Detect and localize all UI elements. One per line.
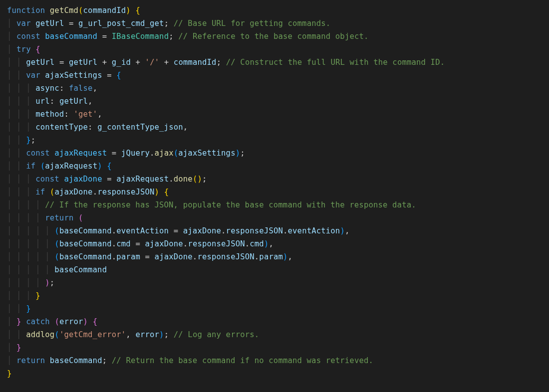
code-line: │ │ │ │ │ (baseCommand.eventAction = aja… — [7, 226, 349, 235]
code-line: │ │ │ │ │ baseCommand — [7, 265, 107, 274]
code-block: function getCmd(commandId) { │ var getUr… — [0, 0, 549, 384]
code-line: function getCmd(commandId) { — [7, 6, 140, 15]
code-line: │ │ var ajaxSettings = { — [7, 71, 121, 80]
code-line: │ var getUrl = g_url_post_cmd_get; // Ba… — [7, 19, 330, 28]
code-line: │ │ │ async: false, — [7, 84, 97, 93]
code-line: │ const baseCommand = IBaseCommand; // R… — [7, 32, 369, 41]
code-line: │ │ │ method: 'get', — [7, 110, 102, 119]
code-line: │ │ addlog('getCmd_error', error); // Lo… — [7, 330, 259, 339]
code-line: │ │ getUrl = getUrl + g_id + '/' + comma… — [7, 58, 445, 67]
code-line: │ } — [7, 343, 21, 352]
code-line: │ │ │ contentType: g_contentType_json, — [7, 123, 188, 132]
code-line: │ │ │ │ // If the response has JSON, pop… — [7, 200, 416, 209]
code-line: │ │ }; — [7, 136, 35, 145]
code-line: │ │ │ const ajaxDone = ajaxRequest.done(… — [7, 175, 207, 184]
code-line: │ │ │ if (ajaxDone.responseJSON) { — [7, 188, 169, 196]
code-line: │ │ │ } — [7, 291, 40, 300]
code-line: │ try { — [7, 45, 40, 54]
code-line: │ │ │ │ │ (baseCommand.param = ajaxDone.… — [7, 252, 292, 261]
code-line: │ return baseCommand; // Return the base… — [7, 356, 373, 365]
code-line: │ } catch (error) { — [7, 317, 97, 326]
code-line: │ │ │ url: getUrl, — [7, 97, 93, 106]
code-line: │ │ } — [7, 304, 31, 313]
code-line: │ │ │ │ ); — [7, 278, 54, 287]
code-line: } — [7, 369, 12, 378]
code-line: │ │ │ │ │ (baseCommand.cmd = ajaxDone.re… — [7, 239, 274, 248]
code-line: │ │ if (ajaxRequest) { — [7, 162, 112, 171]
code-line: │ │ │ │ return ( — [7, 213, 83, 222]
code-line: │ │ const ajaxRequest = jQuery.ajax(ajax… — [7, 149, 245, 158]
